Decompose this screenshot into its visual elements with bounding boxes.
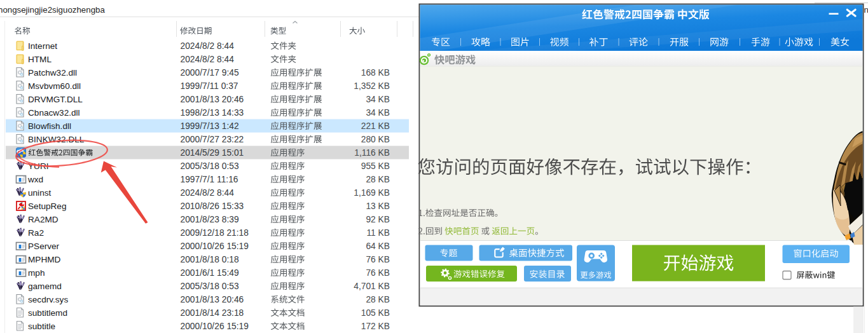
svg-text:2024/8/2 8:44: 2024/8/2 8:44	[181, 55, 235, 64]
svg-text:2001/6/1 15:49: 2001/6/1 15:49	[181, 268, 239, 278]
svg-text:secdrv.sys: secdrv.sys	[28, 295, 68, 304]
svg-text:28 KB: 28 KB	[366, 175, 390, 184]
svg-text:168 KB: 168 KB	[361, 68, 390, 78]
svg-text:2001/8/13 20:46: 2001/8/13 20:46	[181, 95, 244, 104]
svg-text:ng: ng	[864, 5, 868, 15]
svg-text:2005/3/18 0:53: 2005/3/18 0:53	[181, 161, 239, 171]
svg-text:2024/8/2 8:44: 2024/8/2 8:44	[181, 41, 235, 51]
svg-text:RA2MD: RA2MD	[28, 215, 59, 224]
svg-text:172 KB: 172 KB	[361, 322, 390, 331]
svg-text:1,352 KB: 1,352 KB	[354, 81, 390, 91]
svg-text:76 KB: 76 KB	[366, 268, 390, 278]
svg-text:105 KB: 105 KB	[361, 308, 390, 318]
svg-text:76 KB: 76 KB	[366, 255, 390, 264]
svg-text:gamemd: gamemd	[28, 282, 62, 291]
svg-text:2001/8/14 23:18: 2001/8/14 23:18	[181, 308, 244, 318]
svg-text:92 KB: 92 KB	[366, 215, 390, 224]
svg-text:BINKW32.DLL: BINKW32.DLL	[28, 135, 85, 144]
svg-text:34 KB: 34 KB	[366, 108, 390, 118]
svg-text:2001/8/23 8:39: 2001/8/23 8:39	[181, 215, 239, 224]
svg-text:1,116 KB: 1,116 KB	[354, 148, 390, 158]
svg-text:2001/8/18 0:18: 2001/8/18 0:18	[181, 255, 239, 264]
svg-text:2001/8/13 20:46: 2001/8/13 20:46	[181, 295, 244, 304]
svg-text:2000/10/26 15:19: 2000/10/26 15:19	[181, 241, 249, 251]
svg-text:64 KB: 64 KB	[366, 241, 390, 251]
svg-text:MPHMD: MPHMD	[28, 255, 61, 264]
svg-text:PServer: PServer	[28, 241, 60, 251]
svg-text:wxd: wxd	[27, 175, 43, 184]
svg-text:34 KB: 34 KB	[366, 95, 390, 104]
svg-text:Cbnacw32.dll: Cbnacw32.dll	[28, 108, 80, 118]
svg-text:13 KB: 13 KB	[366, 201, 390, 211]
svg-text:Ra2: Ra2	[28, 228, 44, 238]
svg-text:1,169 KB: 1,169 KB	[354, 188, 390, 198]
svg-text:1998/2/13 14:33: 1998/2/13 14:33	[181, 108, 244, 118]
svg-text:11 KB: 11 KB	[366, 228, 390, 238]
svg-text:SetupReg: SetupReg	[28, 201, 66, 211]
svg-text:28 KB: 28 KB	[366, 295, 390, 304]
svg-text:1999/7/13 1:42: 1999/7/13 1:42	[181, 121, 239, 131]
svg-text:Internet: Internet	[28, 41, 57, 51]
svg-text:2010/8/26 15:33: 2010/8/26 15:33	[181, 201, 244, 211]
svg-text:Msvbvm60.dll: Msvbvm60.dll	[28, 81, 81, 91]
svg-text:2024/8/2 8:44: 2024/8/2 8:44	[181, 188, 235, 198]
svg-text:Blowfish.dll: Blowfish.dll	[28, 121, 71, 131]
svg-text:2000/7/27 23:22: 2000/7/27 23:22	[181, 135, 244, 144]
svg-text:HTML: HTML	[28, 55, 52, 64]
svg-text:mph: mph	[28, 268, 45, 278]
svg-text:2005/3/18 0:53: 2005/3/18 0:53	[181, 282, 239, 291]
svg-text:280 KB: 280 KB	[361, 135, 390, 144]
svg-text:1997/7/1 11:16: 1997/7/1 11:16	[181, 175, 238, 184]
svg-text:hongsejingjie2siguozhengba: hongsejingjie2siguozhengba	[0, 5, 105, 15]
svg-text:1999/7/11 0:37: 1999/7/11 0:37	[181, 81, 238, 91]
svg-text:subtitlemd: subtitlemd	[28, 308, 67, 318]
svg-text:2000/10/26 15:19: 2000/10/26 15:19	[181, 322, 249, 331]
svg-text:955 KB: 955 KB	[361, 161, 390, 171]
svg-text:2009/12/18 21:18: 2009/12/18 21:18	[181, 228, 249, 238]
svg-text:Patchw32.dll: Patchw32.dll	[28, 68, 77, 78]
svg-text:uninst: uninst	[28, 188, 51, 198]
svg-text:DRVMGT.DLL: DRVMGT.DLL	[28, 95, 83, 104]
svg-text:subtitle: subtitle	[28, 322, 55, 331]
svg-text:2014/5/29 15:01: 2014/5/29 15:01	[181, 148, 244, 158]
svg-text:2000/7/17 9:45: 2000/7/17 9:45	[181, 68, 239, 78]
svg-text:4,701 KB: 4,701 KB	[354, 282, 390, 291]
svg-text:221 KB: 221 KB	[361, 121, 390, 131]
